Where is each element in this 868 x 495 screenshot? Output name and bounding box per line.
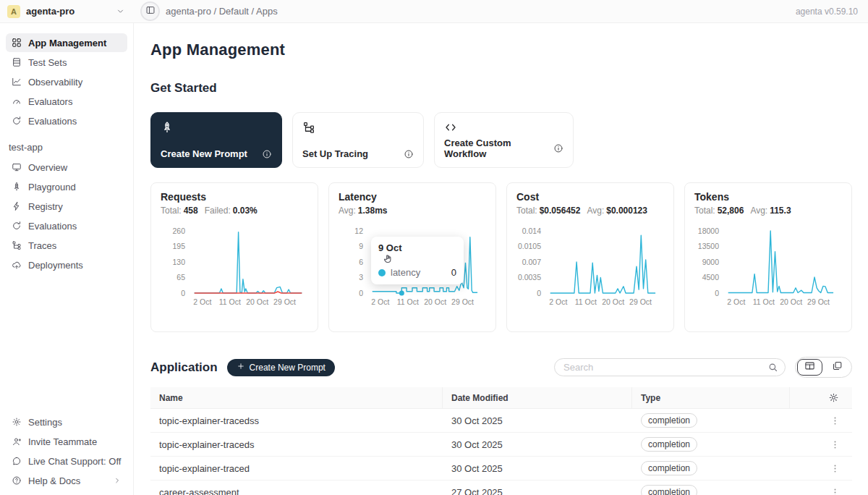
sidebar-item-registry[interactable]: Registry: [6, 197, 127, 216]
chart-card-tokens: Tokens Total:52,806Avg:115.3 04500900013…: [684, 182, 852, 332]
table-view-button[interactable]: [797, 359, 822, 376]
stat-label: Avg:: [750, 206, 767, 216]
sidebar-toggle-button[interactable]: [140, 1, 160, 21]
sidebar-item-label: Overview: [28, 162, 67, 173]
column-header-actions: [790, 387, 852, 408]
svg-text:6: 6: [359, 258, 363, 266]
sidebar-item-observability[interactable]: Observability: [6, 72, 127, 91]
sidebar-project-label: test-app: [6, 142, 127, 153]
card-label: Create New Prompt: [161, 148, 247, 159]
svg-text:0: 0: [181, 289, 185, 297]
application-heading: Application: [150, 360, 218, 375]
stat-value: 458: [184, 206, 198, 216]
chart-title: Requests: [161, 191, 308, 203]
chart-plot[interactable]: 04500900013500180002 Oct11 Oct20 Oct29 O…: [694, 219, 842, 312]
sidebar-item-traces[interactable]: Traces: [6, 236, 127, 255]
row-menu-button[interactable]: [828, 438, 842, 452]
card-view-button[interactable]: [825, 359, 850, 376]
sidebar-item-overview[interactable]: Overview: [6, 158, 127, 177]
search-icon[interactable]: [767, 362, 778, 373]
bolt-icon: [12, 201, 22, 211]
sidebar-item-help-docs[interactable]: Help & Docs: [6, 471, 127, 490]
type-badge: completion: [641, 461, 697, 475]
column-header-type: Type: [632, 387, 790, 408]
chart-stats: Total:$0.056452Avg:$0.000123: [516, 206, 664, 216]
table-row[interactable]: topic-explainer-traceds 30 Oct 2025 comp…: [150, 433, 852, 457]
stat-label: Total:: [694, 206, 715, 216]
panel-icon: [145, 5, 156, 15]
refresh-icon: [12, 221, 22, 231]
sidebar-item-evaluations[interactable]: Evaluations: [6, 216, 127, 235]
chart-icon: [12, 77, 22, 87]
svg-text:13500: 13500: [698, 242, 719, 250]
svg-text:29 Oct: 29 Oct: [629, 297, 652, 306]
get-started-card-set-up-tracing[interactable]: Set Up Tracing: [292, 112, 424, 168]
sidebar-item-evaluators[interactable]: Evaluators: [6, 92, 127, 111]
chevron-down-icon: [116, 7, 125, 16]
svg-text:29 Oct: 29 Oct: [807, 297, 830, 306]
svg-text:20 Oct: 20 Oct: [780, 297, 802, 306]
svg-text:0: 0: [537, 289, 541, 297]
user-plus-icon: [12, 436, 22, 447]
sidebar-item-settings[interactable]: Settings: [6, 412, 127, 431]
code-icon: [444, 121, 457, 134]
table-row[interactable]: career-assessment 27 Oct 2025 completion: [150, 481, 852, 495]
workspace-switcher[interactable]: A agenta-pro: [0, 5, 134, 18]
tree-icon: [302, 121, 315, 134]
cell-name: topic-explainer-tracedss: [150, 415, 443, 426]
info-icon[interactable]: [553, 143, 563, 153]
series-requests: [195, 232, 302, 293]
monitor-icon: [12, 162, 22, 172]
type-badge: completion: [641, 485, 697, 495]
table-row[interactable]: topic-explainer-tracedss 30 Oct 2025 com…: [150, 409, 852, 433]
svg-text:3: 3: [359, 273, 363, 282]
dots-vertical-icon: [830, 439, 841, 450]
type-badge: completion: [641, 437, 697, 452]
row-menu-button[interactable]: [828, 462, 842, 475]
sidebar-item-label: Evaluations: [28, 221, 77, 232]
cell-name: topic-explainer-traceds: [150, 439, 443, 450]
sidebar-item-label: Evaluators: [28, 96, 72, 107]
sidebar-item-live-chat-support-off[interactable]: Live Chat Support: Off: [6, 452, 127, 470]
sidebar-item-evaluations[interactable]: Evaluations: [6, 111, 127, 130]
sidebar-item-playground[interactable]: Playground: [6, 177, 127, 196]
chevron-down-icon: [116, 7, 125, 16]
type-badge: completion: [641, 413, 697, 428]
get-started-card-create-new-prompt[interactable]: Create New Prompt: [150, 112, 282, 168]
chart-title: Cost: [516, 191, 664, 203]
svg-text:0: 0: [715, 289, 719, 297]
svg-text:2 Oct: 2 Oct: [549, 297, 567, 306]
svg-text:20 Oct: 20 Oct: [246, 297, 268, 306]
table-view-icon: [804, 360, 815, 371]
sidebar-item-label: Live Chat Support: Off: [28, 456, 121, 467]
svg-text:11 Oct: 11 Oct: [397, 297, 419, 306]
sidebar-item-invite-teammate[interactable]: Invite Teammate: [6, 432, 127, 451]
info-icon[interactable]: [262, 149, 272, 159]
stat-label: Avg:: [339, 206, 356, 216]
create-new-prompt-button[interactable]: Create New Prompt: [227, 359, 335, 376]
chart-plot[interactable]: 0651301952602 Oct11 Oct20 Oct29 Oct: [161, 219, 308, 312]
chart-plot[interactable]: 00.00350.0070.01050.0142 Oct11 Oct20 Oct…: [516, 219, 664, 312]
card-view-icon: [832, 360, 843, 374]
info-icon[interactable]: [404, 149, 414, 159]
chart-card-requests: Requests Total:458Failed:0.03% 065130195…: [150, 182, 318, 332]
breadcrumb[interactable]: agenta-pro / Default / Apps: [166, 6, 278, 17]
cell-type: completion: [632, 485, 790, 495]
sidebar-item-deployments[interactable]: Deployments: [6, 255, 127, 274]
get-started-card-create-custom-workflow[interactable]: Create Custom Workflow: [434, 112, 574, 168]
svg-text:260: 260: [172, 227, 185, 235]
dots-vertical-icon: [830, 415, 841, 426]
series-dot: [378, 269, 386, 276]
table-settings-button[interactable]: [828, 392, 839, 403]
sidebar-item-test-sets[interactable]: Test Sets: [6, 53, 127, 72]
cell-date-modified: 30 Oct 2025: [443, 439, 632, 450]
row-menu-button[interactable]: [828, 414, 842, 428]
sidebar-item-app-management[interactable]: App Management: [6, 33, 127, 52]
hover-point: [399, 291, 404, 296]
row-menu-button[interactable]: [828, 486, 842, 495]
svg-text:0.0105: 0.0105: [518, 242, 541, 250]
chart-title: Tokens: [694, 191, 842, 203]
search-input[interactable]: [554, 358, 786, 376]
cell-type: completion: [632, 461, 790, 475]
table-row[interactable]: topic-explainer-traced 30 Oct 2025 compl…: [150, 457, 852, 481]
